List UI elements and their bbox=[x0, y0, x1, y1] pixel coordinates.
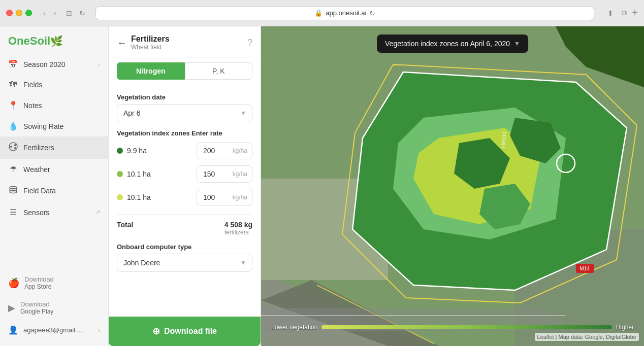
download-file-label: Download file bbox=[164, 327, 217, 336]
zones-section: Vegetation index zones Enter rate 9.9 ha… bbox=[117, 129, 252, 236]
panel-subtitle: Wheat field bbox=[131, 44, 247, 51]
vegetation-date-wrapper: Apr 6 ▼ bbox=[117, 104, 252, 122]
nav-buttons: ‹ › bbox=[40, 8, 59, 18]
zone-3-rate-wrapper: kg/ha bbox=[197, 189, 252, 206]
share-button[interactable]: ⬆ bbox=[604, 7, 617, 19]
sidebar-item-sensors[interactable]: ☰ Sensors ↗ bbox=[0, 202, 108, 223]
sidebar-item-fields[interactable]: 🗺 Fields bbox=[0, 75, 108, 95]
fertilizers-panel: ← Fertilizers Wheat field ? Nitrogen P, … bbox=[109, 26, 261, 346]
refresh-icon[interactable]: ↻ bbox=[369, 9, 375, 17]
sidebar-item-notes-label: Notes bbox=[23, 101, 42, 110]
map-area[interactable]: M14 H8934 Vegetation index zones on Apri… bbox=[261, 26, 644, 346]
sidebar-item-notes[interactable]: 📍 Notes bbox=[0, 95, 108, 116]
minimize-button[interactable] bbox=[16, 10, 22, 16]
sidebar-item-field-data[interactable]: Field Data bbox=[0, 180, 108, 202]
toolbar-right: ⬆ ⧉ + bbox=[604, 7, 638, 19]
sidebar-item-sensors-label: Sensors bbox=[23, 209, 49, 217]
sidebar-navigation: 📅 Season 2020 › 🗺 Fields 📍 Notes 💧 Sowin… bbox=[0, 54, 108, 264]
total-row: Total 4 508 kg fertilizers bbox=[117, 214, 252, 236]
zone-1-rate-wrapper: kg/ha bbox=[197, 142, 252, 159]
address-bar[interactable]: 🔒 app.onesoil.ai ↻ bbox=[95, 6, 594, 20]
sidebar-item-fields-label: Fields bbox=[23, 81, 42, 89]
sidebar-item-sowing-rate[interactable]: 💧 Sowing Rate bbox=[0, 116, 108, 136]
sidebar-item-fertilizers[interactable]: Fertilizers bbox=[0, 136, 108, 159]
zone-dot-dark bbox=[117, 148, 123, 154]
download-appstore-item[interactable]: 🍎 Download App Store bbox=[0, 270, 108, 295]
rate-header-label: Enter rate bbox=[191, 129, 252, 137]
legend-low-label: Lower vegetation bbox=[271, 324, 317, 331]
app-container: OneSoil 🌿 📅 Season 2020 › 🗺 Fields 📍 Not… bbox=[0, 26, 644, 346]
user-profile-item[interactable]: 👤 agapeee3@gmail.... › bbox=[0, 320, 108, 340]
maximize-button[interactable] bbox=[25, 10, 32, 16]
zone-2-unit: kg/ha bbox=[233, 170, 247, 178]
total-value: 4 508 kg bbox=[224, 221, 252, 229]
zones-header-label: Vegetation index zones bbox=[117, 129, 191, 137]
sidebar-item-season[interactable]: 📅 Season 2020 › bbox=[0, 54, 108, 75]
zone-dot-mid bbox=[117, 171, 123, 177]
browser-chrome: ‹ › ⊡ ↻ 🔒 app.onesoil.ai ↻ ⬆ ⧉ + bbox=[0, 0, 644, 26]
help-button[interactable]: ? bbox=[247, 38, 252, 48]
panel-content: Vegetation date Apr 6 ▼ Vegetation index… bbox=[109, 85, 261, 317]
external-link-icon: ↗ bbox=[95, 209, 100, 216]
zone-row-3: 10.1 ha kg/ha bbox=[117, 189, 252, 206]
appstore-subtitle: App Store bbox=[24, 283, 54, 290]
map-icon: 🗺 bbox=[8, 80, 18, 89]
panel-title-group: Fertilizers Wheat field bbox=[131, 34, 247, 51]
sidebar-item-season-label: Season 2020 bbox=[23, 60, 66, 68]
notes-icon: 📍 bbox=[8, 100, 18, 110]
vegetation-date-label: Vegetation date bbox=[117, 93, 252, 101]
tooltip-text: Vegetation index zones on April 6, 2020 bbox=[385, 40, 510, 48]
sidebar-logo: OneSoil 🌿 bbox=[0, 26, 108, 54]
zone-3-unit: kg/ha bbox=[233, 194, 247, 201]
computer-type-label: Onboard computer type bbox=[117, 243, 252, 251]
download-googleplay-item[interactable]: ▶ Download Google Play bbox=[0, 295, 108, 320]
weather-icon: ☂ bbox=[8, 164, 18, 174]
back-nav-button[interactable]: ‹ bbox=[40, 8, 49, 18]
legend-gradient-bar bbox=[321, 325, 611, 329]
tab-nitrogen[interactable]: Nitrogen bbox=[117, 62, 185, 80]
map-tooltip[interactable]: Vegetation index zones on April 6, 2020 … bbox=[377, 34, 528, 53]
new-tab-button[interactable]: + bbox=[632, 7, 638, 19]
appstore-label-group: Download App Store bbox=[24, 275, 54, 290]
zones-header: Vegetation index zones Enter rate bbox=[117, 129, 252, 137]
traffic-lights bbox=[6, 10, 32, 16]
panel-back-button[interactable]: ← bbox=[117, 37, 127, 49]
sidebar-bottom: 🍎 Download App Store ▶ Download Google P… bbox=[0, 264, 108, 346]
googleplay-label-group: Download Google Play bbox=[20, 300, 53, 315]
total-sub: fertilizers bbox=[224, 229, 252, 236]
map-attribution: Leaflet | Map data: Google, DigitalGlobe bbox=[535, 333, 639, 341]
download-file-button[interactable]: ⊕ Download file bbox=[109, 317, 261, 346]
sidebar-item-fertilizers-label: Fertilizers bbox=[23, 144, 54, 152]
logo-leaf-icon: 🌿 bbox=[50, 35, 63, 47]
vegetation-date-select[interactable]: Apr 6 bbox=[117, 104, 252, 122]
url-text: app.onesoil.ai bbox=[326, 9, 366, 17]
svg-point-1 bbox=[10, 146, 12, 148]
computer-type-select[interactable]: John Deere bbox=[117, 254, 252, 272]
fullscreen-button[interactable]: ⧉ bbox=[619, 7, 630, 19]
sidebar-item-weather-label: Weather bbox=[23, 165, 50, 174]
zone-2-ha: 10.1 ha bbox=[127, 170, 197, 178]
window-icon-button[interactable]: ⊡ bbox=[63, 8, 75, 18]
google-play-icon: ▶ bbox=[8, 302, 15, 314]
panel-title: Fertilizers bbox=[131, 34, 247, 44]
zone-2-rate-wrapper: kg/ha bbox=[197, 165, 252, 183]
reload-button[interactable]: ↻ bbox=[79, 9, 85, 17]
legend-high-label: Higher bbox=[616, 324, 634, 331]
close-button[interactable] bbox=[6, 10, 13, 16]
tab-pk[interactable]: P, K bbox=[185, 62, 253, 80]
forward-nav-button[interactable]: › bbox=[51, 8, 59, 18]
svg-text:M14: M14 bbox=[579, 266, 590, 271]
sidebar-item-weather[interactable]: ☂ Weather bbox=[0, 159, 108, 180]
svg-point-6 bbox=[10, 191, 17, 193]
logo-text: OneSoil bbox=[8, 34, 50, 48]
calendar-icon: 📅 bbox=[8, 59, 18, 69]
zone-row-2: 10.1 ha kg/ha bbox=[117, 165, 252, 183]
apple-icon: 🍎 bbox=[8, 278, 19, 289]
sidebar: OneSoil 🌿 📅 Season 2020 › 🗺 Fields 📍 Not… bbox=[0, 26, 109, 346]
download-circle-icon: ⊕ bbox=[152, 326, 160, 337]
map-background: M14 H8934 Vegetation index zones on Apri… bbox=[261, 26, 644, 346]
fertilizers-icon bbox=[8, 142, 18, 153]
total-label: Total bbox=[117, 221, 224, 229]
lock-icon: 🔒 bbox=[314, 9, 323, 17]
sidebar-item-sowing-label: Sowing Rate bbox=[23, 122, 63, 130]
